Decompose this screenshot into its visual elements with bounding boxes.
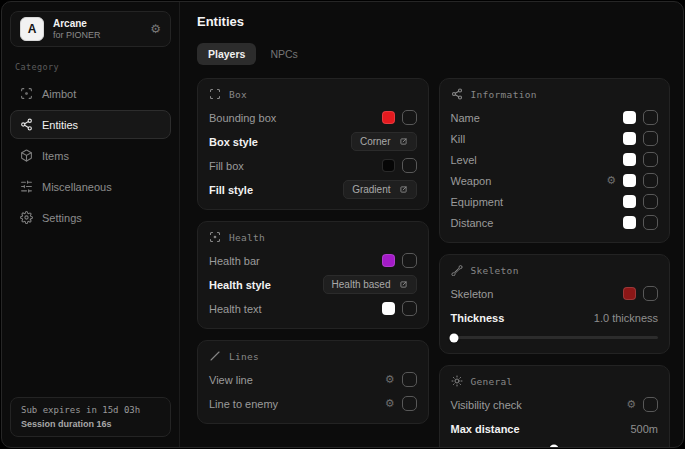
- dropdown-value: Gradient: [352, 184, 390, 195]
- sidebar-item-label: Items: [42, 150, 69, 162]
- line-to-enemy-settings-gear-icon[interactable]: ⚙: [385, 398, 395, 409]
- weapon-settings-gear-icon[interactable]: ⚙: [606, 175, 616, 186]
- skeleton-checkbox[interactable]: [643, 286, 658, 301]
- row-label: Equipment: [451, 196, 504, 208]
- information-network-icon: [451, 88, 463, 100]
- lines-panel: Lines View line ⚙ Line to enemy: [197, 340, 429, 424]
- package-icon: [20, 149, 33, 162]
- visibility-check-checkbox[interactable]: [643, 397, 658, 412]
- visibility-check-row: Visibility check ⚙: [451, 395, 659, 414]
- color-swatch[interactable]: [623, 287, 636, 300]
- row-label: Line to enemy: [209, 398, 278, 410]
- information-panel-header: Information: [451, 88, 659, 100]
- color-swatch[interactable]: [623, 216, 636, 229]
- thickness-row: Thickness 1.0 thickness: [451, 308, 659, 327]
- sidebar-item-entities[interactable]: Entities: [10, 110, 171, 139]
- logo-settings-gear-icon[interactable]: ⚙: [150, 23, 161, 35]
- health-style-dropdown[interactable]: Health based: [323, 275, 417, 294]
- app-title: Arcane: [53, 18, 101, 30]
- fill-style-row: Fill style Gradient: [209, 180, 417, 199]
- diagonal-line-icon: [209, 350, 221, 362]
- fill-box-checkbox[interactable]: [402, 158, 417, 173]
- fill-box-row: Fill box: [209, 156, 417, 175]
- visibility-settings-gear-icon[interactable]: ⚙: [626, 399, 636, 410]
- sidebar-item-aimbot[interactable]: Aimbot: [10, 79, 171, 108]
- thickness-slider[interactable]: [451, 336, 659, 339]
- sidebar-item-label: Settings: [42, 212, 82, 224]
- color-swatch[interactable]: [623, 132, 636, 145]
- skeleton-row: Skeleton: [451, 284, 659, 303]
- color-swatch[interactable]: [382, 159, 395, 172]
- box-panel: Box Bounding box Box style: [197, 78, 429, 210]
- color-swatch[interactable]: [382, 302, 395, 315]
- thickness-value: 1.0 thickness: [594, 312, 658, 324]
- row-label: Fill box: [209, 160, 244, 172]
- sliders-icon: [20, 180, 33, 193]
- logo-card: A Arcane for PIONER ⚙: [10, 11, 171, 47]
- color-swatch[interactable]: [623, 153, 636, 166]
- bounding-box-row: Bounding box: [209, 108, 417, 127]
- equipment-row: Equipment: [451, 192, 659, 211]
- sidebar-item-miscellaneous[interactable]: Miscellaneous: [10, 172, 171, 201]
- tab-npcs[interactable]: NPCs: [259, 43, 308, 65]
- entities-network-icon: [20, 118, 33, 131]
- panel-title: Health: [229, 232, 265, 243]
- sidebar-item-settings[interactable]: Settings: [10, 203, 171, 232]
- left-column: Box Bounding box Box style: [197, 78, 429, 424]
- equipment-checkbox[interactable]: [643, 194, 658, 209]
- bounding-box-checkbox[interactable]: [402, 110, 417, 125]
- max-distance-slider[interactable]: [451, 447, 659, 448]
- color-swatch[interactable]: [623, 111, 636, 124]
- distance-checkbox[interactable]: [643, 215, 658, 230]
- category-label: Category: [15, 62, 166, 72]
- slider-thumb[interactable]: [550, 444, 559, 448]
- app-subtitle: for PIONER: [53, 30, 101, 40]
- color-swatch[interactable]: [623, 195, 636, 208]
- row-label: Weapon: [451, 175, 492, 187]
- level-row: Level: [451, 150, 659, 169]
- slider-thumb[interactable]: [449, 333, 458, 342]
- color-swatch[interactable]: [382, 111, 395, 124]
- session-duration-text: Session duration 16s: [21, 419, 160, 429]
- sub-expiry-text: Sub expires in 15d 03h: [21, 405, 160, 415]
- health-text-checkbox[interactable]: [402, 301, 417, 316]
- box-panel-header: Box: [209, 88, 417, 100]
- name-checkbox[interactable]: [643, 110, 658, 125]
- skeleton-panel: Skeleton Skeleton Thickness 1.0 t: [439, 254, 671, 354]
- sidebar-item-items[interactable]: Items: [10, 141, 171, 170]
- weapon-checkbox[interactable]: [643, 173, 658, 188]
- panel-title: General: [471, 376, 513, 387]
- distance-row: Distance: [451, 213, 659, 232]
- row-label: Distance: [451, 217, 494, 229]
- sidebar-item-label: Miscellaneous: [42, 181, 112, 193]
- expand-icon: [399, 137, 408, 146]
- fill-style-dropdown[interactable]: Gradient: [343, 180, 416, 199]
- box-style-row: Box style Corner: [209, 132, 417, 151]
- color-swatch[interactable]: [382, 254, 395, 267]
- row-label: Thickness: [451, 312, 505, 324]
- color-swatch[interactable]: [623, 174, 636, 187]
- dropdown-value: Health based: [332, 279, 391, 290]
- row-label: Bounding box: [209, 112, 276, 124]
- line-to-enemy-checkbox[interactable]: [402, 396, 417, 411]
- box-style-dropdown[interactable]: Corner: [351, 132, 417, 151]
- kill-checkbox[interactable]: [643, 131, 658, 146]
- lines-panel-header: Lines: [209, 350, 417, 362]
- expand-icon: [399, 280, 408, 289]
- dropdown-value: Corner: [360, 136, 391, 147]
- panel-columns: Box Bounding box Box style: [197, 78, 670, 448]
- row-label: Visibility check: [451, 399, 522, 411]
- health-bar-checkbox[interactable]: [402, 253, 417, 268]
- app-window: A Arcane for PIONER ⚙ Category Aimbot En…: [1, 1, 684, 448]
- tab-players[interactable]: Players: [197, 43, 256, 65]
- level-checkbox[interactable]: [643, 152, 658, 167]
- view-line-settings-gear-icon[interactable]: ⚙: [385, 374, 395, 385]
- gear-icon: [20, 211, 33, 224]
- expand-icon: [399, 185, 408, 194]
- panel-title: Information: [471, 89, 537, 100]
- sidebar-nav: Aimbot Entities Items Miscellaneous Sett…: [10, 79, 171, 232]
- view-line-checkbox[interactable]: [402, 372, 417, 387]
- bone-icon: [451, 264, 463, 276]
- row-label: Kill: [451, 133, 466, 145]
- sidebar-item-label: Entities: [42, 119, 78, 131]
